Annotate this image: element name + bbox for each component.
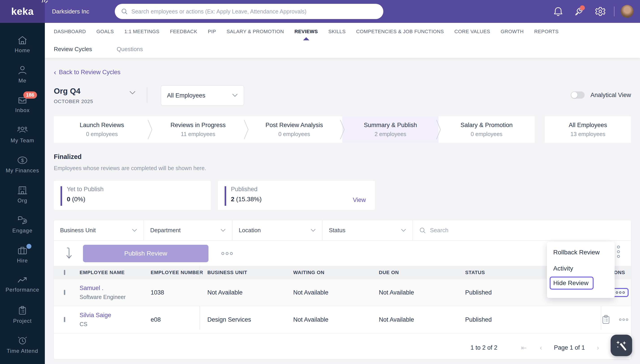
sidebar-item-hire[interactable]: Hire xyxy=(0,240,45,270)
employee-name-link[interactable]: Silvia Saige xyxy=(80,312,111,319)
stat-value-row: 2 (15.38%) xyxy=(231,196,262,203)
tab-salary-promotion[interactable]: SALARY & PROMOTION xyxy=(227,23,284,40)
global-search[interactable] xyxy=(115,4,383,19)
tab-goals[interactable]: GOALS xyxy=(96,23,114,40)
sidebar-item-org[interactable]: Org xyxy=(0,180,45,210)
sort-arrow-icon[interactable] xyxy=(66,247,73,260)
tab-feedback[interactable]: FEEDBACK xyxy=(170,23,197,40)
department-filter[interactable]: Department xyxy=(144,220,232,240)
table-search-input[interactable] xyxy=(430,227,625,234)
card-accent-bar xyxy=(224,186,226,206)
gear-icon xyxy=(595,6,606,16)
settings-button[interactable] xyxy=(590,0,611,23)
notifications-button[interactable] xyxy=(548,0,569,23)
app-root: keka Darksiders Inc Home xyxy=(0,0,640,364)
table-row[interactable]: Silvia Saige CS e08 Design Services Not … xyxy=(54,306,631,334)
sidebar-item-label: My Team xyxy=(10,138,34,144)
subtab-review-cycles[interactable]: Review Cycles xyxy=(54,46,92,53)
cycle-dropdown-chevron-icon[interactable] xyxy=(129,90,136,95)
view-published-link[interactable]: View xyxy=(353,196,366,204)
review-summary-clipboard-icon[interactable] xyxy=(602,315,610,324)
tab-reviews[interactable]: REVIEWS xyxy=(294,23,318,40)
step-all-employees[interactable]: All Employees 13 employees xyxy=(545,116,631,143)
sidebar-item-performance[interactable]: Performance xyxy=(0,270,45,300)
step-summary-publish[interactable]: Summary & Publish 2 employees xyxy=(342,116,438,143)
table-toolbar: Publish Review xyxy=(54,241,631,266)
sidebar-item-label: Hire xyxy=(17,258,28,264)
next-page-icon[interactable]: › xyxy=(594,344,602,352)
stat-percent: (0%) xyxy=(72,196,85,202)
due-on-cell: Not Available xyxy=(379,289,414,296)
tab-dashboard[interactable]: DASHBOARD xyxy=(54,23,86,40)
sidebar-item-my-finances[interactable]: $ My Finances xyxy=(0,150,45,180)
employee-name-link[interactable]: Samuel . xyxy=(80,285,126,292)
table-search[interactable] xyxy=(413,220,631,240)
location-filter[interactable]: Location xyxy=(232,220,322,240)
sidebar-item-label: Performance xyxy=(6,287,40,293)
employee-filter-select[interactable]: All Employees xyxy=(161,85,244,106)
sidebar-item-engage[interactable]: Engage xyxy=(0,210,45,240)
publish-review-button[interactable]: Publish Review xyxy=(83,245,208,262)
analytical-view-toggle[interactable] xyxy=(571,92,585,98)
more-actions-icon[interactable] xyxy=(221,252,233,255)
employee-role: CS xyxy=(80,321,111,328)
step-launch-reviews[interactable]: Launch Reviews 0 employees xyxy=(54,116,150,143)
header-employee-number: EMPLOYEE NUMBER xyxy=(151,270,203,276)
keka-logo[interactable]: keka xyxy=(0,0,45,23)
main-content: ‹ Back to Review Cycles Org Q4 OCTOBER 2… xyxy=(45,58,640,364)
prev-page-icon[interactable]: ‹ xyxy=(537,344,545,352)
tab-growth[interactable]: GROWTH xyxy=(500,23,524,40)
back-to-review-cycles-link[interactable]: ‹ Back to Review Cycles xyxy=(54,68,120,76)
sidebar-item-time-attend[interactable]: Time Attend xyxy=(0,330,45,360)
business-unit-filter[interactable]: Business Unit xyxy=(54,220,144,240)
tab-1-1-meetings[interactable]: 1:1 MEETINGS xyxy=(124,23,160,40)
user-avatar[interactable] xyxy=(621,5,634,18)
sidebar-item-label: Engage xyxy=(12,228,32,234)
tab-pip[interactable]: PIP xyxy=(208,23,216,40)
menu-item-activity[interactable]: Activity xyxy=(547,260,615,276)
analytical-view-control: Analytical View xyxy=(571,92,631,98)
active-tab-indicator xyxy=(303,37,309,40)
sidebar-item-project[interactable]: Project xyxy=(0,300,45,330)
menu-item-rollback-review[interactable]: Rollback Review xyxy=(547,244,615,260)
column-settings-kebab-icon[interactable] xyxy=(617,245,620,258)
tab-skills[interactable]: SKILLS xyxy=(328,23,346,40)
finance-icon: $ xyxy=(17,156,28,165)
step-subtitle: 11 employees xyxy=(181,131,216,138)
sidebar-item-home[interactable]: Home xyxy=(0,30,45,60)
first-page-icon[interactable]: ⇤ xyxy=(520,344,528,352)
whats-new-button[interactable] xyxy=(569,0,590,23)
sidebar-item-inbox[interactable]: 186 Inbox xyxy=(0,90,45,120)
row-more-actions-button[interactable] xyxy=(619,318,628,321)
topbar-divider xyxy=(614,6,614,16)
select-all-checkbox[interactable] xyxy=(64,270,65,275)
logo-sparks-icon xyxy=(41,0,48,4)
subtab-questions[interactable]: Questions xyxy=(117,46,143,53)
step-post-review-analysis[interactable]: Post Review Analysis 0 employees xyxy=(246,116,342,143)
status-cell: Published xyxy=(465,316,492,323)
step-chevron-icon xyxy=(148,120,152,140)
tab-reports[interactable]: REPORTS xyxy=(534,23,559,40)
finalized-title: Finalized xyxy=(54,153,82,160)
analytical-view-label: Analytical View xyxy=(590,92,631,98)
hire-briefcase-icon xyxy=(18,246,27,255)
global-search-input[interactable] xyxy=(131,8,377,15)
status-cell: Published xyxy=(465,289,492,296)
step-reviews-in-progress[interactable]: Reviews in Progress 11 employees xyxy=(150,116,246,143)
tab-competencies[interactable]: COMPETENCIES & JOB FUNCTIONS xyxy=(356,23,444,40)
status-filter[interactable]: Status xyxy=(322,220,413,240)
menu-item-hide-review[interactable]: Hide Review xyxy=(550,276,594,290)
row-checkbox[interactable] xyxy=(64,317,65,322)
alarm-clock-icon xyxy=(18,336,27,345)
step-salary-promotion[interactable]: Salary & Promotion 0 employees xyxy=(438,116,535,143)
chevron-down-icon xyxy=(401,228,406,232)
table-row[interactable]: Samuel . Software Engineer 1038 Not Avai… xyxy=(54,279,631,306)
sidebar-item-my-team[interactable]: My Team xyxy=(0,120,45,150)
tab-core-values[interactable]: CORE VALUES xyxy=(454,23,490,40)
row-checkbox[interactable] xyxy=(64,290,65,295)
sidebar-item-me[interactable]: Me xyxy=(0,60,45,90)
pagination-range: 1 to 2 of 2 xyxy=(470,344,498,351)
review-stage-stepper: Launch Reviews 0 employees Reviews in Pr… xyxy=(54,116,631,143)
ai-assistant-fab[interactable] xyxy=(611,335,632,356)
employee-number-cell: e08 xyxy=(151,316,161,323)
